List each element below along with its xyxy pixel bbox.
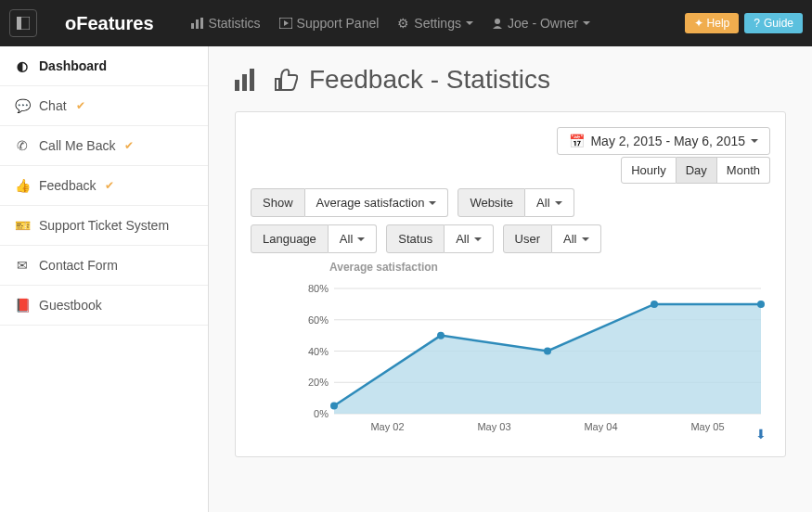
sidebar-item-label: Guestbook (39, 298, 102, 313)
guide-button[interactable]: ?Guide (744, 13, 803, 33)
svg-rect-4 (200, 18, 203, 29)
svg-text:40%: 40% (308, 346, 329, 357)
sidebar-item-contact-form[interactable]: ✉ Contact Form (0, 246, 208, 286)
phone-icon: ✆ (15, 138, 30, 153)
filter-show-label: Show (251, 188, 305, 217)
chevron-down-icon (555, 201, 562, 205)
svg-text:May 05: May 05 (690, 421, 724, 432)
sidebar-item-tickets[interactable]: 🎫 Support Ticket System (0, 206, 208, 246)
svg-point-24 (651, 301, 658, 308)
chevron-down-icon (751, 139, 758, 143)
help-button[interactable]: ✦Help (685, 13, 740, 33)
svg-rect-2 (191, 23, 194, 29)
filter-website-value[interactable]: All (525, 188, 574, 217)
page-title-text: Feedback - Statistics (309, 65, 550, 95)
chevron-down-icon (474, 237, 482, 241)
sidebar-item-callmeback[interactable]: ✆ Call Me Back ✔ (0, 126, 208, 166)
svg-point-23 (544, 348, 551, 355)
warning-badge-icon: ✔ (124, 139, 134, 152)
stats-panel: 📅 May 2, 2015 - May 6, 2015 HourlyDayMon… (235, 111, 786, 457)
sidebar-item-label: Support Ticket System (39, 218, 169, 233)
book-icon: 📕 (15, 298, 30, 313)
svg-text:60%: 60% (308, 314, 329, 326)
chevron-down-icon (466, 21, 473, 25)
svg-point-21 (330, 403, 338, 410)
bar-chart-icon (235, 69, 261, 91)
chart-title: Average satisfaction (329, 261, 438, 274)
filter-status: Status All (386, 224, 493, 253)
sidebar: ◐ Dashboard 💬 Chat ✔ ✆ Call Me Back ✔ 👍 … (0, 46, 209, 512)
svg-marker-6 (284, 20, 289, 26)
brand-text: oFeatures (65, 13, 154, 34)
svg-text:May 02: May 02 (370, 421, 404, 432)
svg-point-7 (495, 19, 500, 24)
sidebar-item-label: Chat (39, 98, 67, 113)
period-month[interactable]: Month (717, 157, 770, 184)
filter-status-value[interactable]: All (445, 224, 493, 253)
nav-user-menu[interactable]: Joe - Owner (492, 16, 590, 31)
chevron-down-icon (583, 21, 590, 25)
sidebar-item-guestbook[interactable]: 📕 Guestbook (0, 286, 208, 326)
gear-icon: ⚙ (397, 16, 409, 31)
warning-badge-icon: ✔ (105, 179, 114, 192)
chevron-down-icon (429, 201, 436, 205)
chevron-down-icon (357, 237, 365, 241)
dashboard-icon: ◐ (15, 58, 30, 73)
svg-rect-9 (242, 74, 247, 91)
period-day[interactable]: Day (677, 157, 717, 184)
svg-text:0%: 0% (314, 408, 329, 419)
chat-icon: 💬 (15, 98, 30, 113)
svg-rect-1 (17, 17, 21, 30)
period-hourly[interactable]: Hourly (621, 157, 677, 184)
filter-user-label: User (503, 224, 552, 253)
filter-user: User All (503, 224, 601, 253)
sidebar-item-label: Contact Form (39, 258, 118, 273)
brand-logo[interactable]: oFeatures (65, 13, 154, 34)
filter-language-value[interactable]: All (329, 224, 377, 253)
svg-rect-10 (250, 69, 254, 91)
nav-support-panel[interactable]: Support Panel (279, 16, 380, 31)
user-icon (492, 18, 503, 29)
filter-language-label: Language (251, 224, 329, 253)
svg-text:May 03: May 03 (477, 421, 510, 432)
sidebar-item-dashboard[interactable]: ◐ Dashboard (0, 46, 208, 86)
chevron-down-icon (582, 237, 589, 241)
svg-point-22 (437, 332, 445, 339)
filter-website: Website All (458, 188, 574, 217)
filter-status-label: Status (386, 224, 445, 253)
download-icon[interactable]: ⬇ (755, 427, 767, 442)
filter-user-value[interactable]: All (552, 224, 600, 253)
nav-statistics[interactable]: Statistics (191, 16, 261, 31)
top-nav-right: ✦Help ?Guide (685, 13, 803, 33)
sidebar-item-label: Feedback (39, 178, 96, 193)
filter-row-1: Show Average satisfaction Website All (251, 188, 770, 217)
sidebar-item-label: Call Me Back (39, 138, 115, 153)
page-title: Feedback - Statistics (235, 65, 786, 95)
filter-show: Show Average satisfaction (251, 188, 448, 217)
nav-settings[interactable]: ⚙ Settings (397, 16, 473, 31)
play-square-icon (279, 18, 292, 29)
thumbs-up-icon (272, 68, 298, 92)
sidebar-item-label: Dashboard (39, 58, 107, 73)
sidebar-item-chat[interactable]: 💬 Chat ✔ (0, 86, 208, 126)
svg-text:80%: 80% (308, 283, 329, 294)
date-range-text: May 2, 2015 - May 6, 2015 (590, 134, 745, 148)
thumbs-up-icon: 👍 (15, 178, 30, 193)
svg-text:20%: 20% (308, 377, 329, 388)
svg-rect-3 (196, 19, 199, 29)
date-range-picker[interactable]: 📅 May 2, 2015 - May 6, 2015 (557, 127, 770, 155)
panel-toggle-button[interactable] (9, 9, 37, 37)
filter-show-value[interactable]: Average satisfaction (305, 188, 449, 217)
envelope-icon: ✉ (15, 258, 30, 273)
top-nav-links: Statistics Support Panel ⚙ Settings Joe … (191, 16, 685, 31)
filter-row-2: Language All Status All User All (251, 224, 770, 253)
period-segmented: HourlyDayMonth (621, 162, 770, 177)
chart-container: Average satisfaction 0%20%40%60%80%May 0… (251, 261, 770, 442)
lifebuoy-icon: ✦ (694, 17, 703, 30)
bar-chart-icon (191, 18, 204, 29)
sidebar-item-feedback[interactable]: 👍 Feedback ✔ (0, 166, 208, 206)
main-content: Feedback - Statistics 📅 May 2, 2015 - Ma… (209, 46, 812, 512)
chart-svg: 0%20%40%60%80%May 02May 03May 04May 05 (297, 270, 770, 442)
calendar-icon: 📅 (569, 134, 585, 148)
svg-point-25 (757, 301, 765, 308)
